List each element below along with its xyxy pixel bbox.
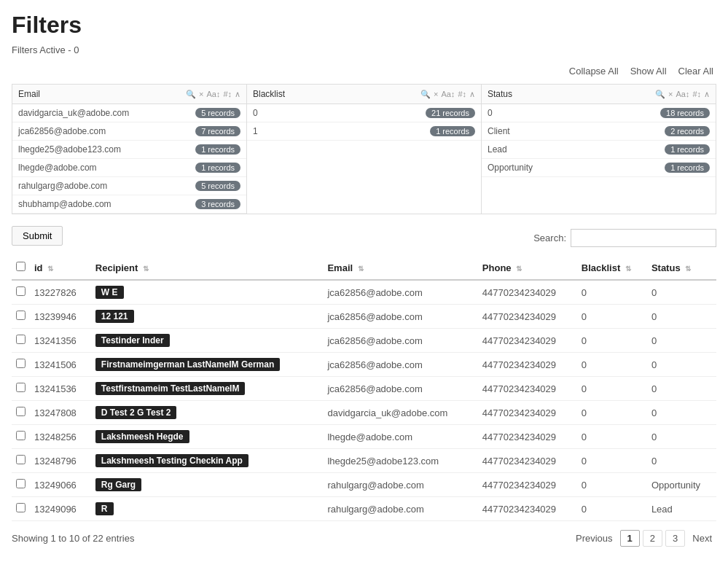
clear-all-button[interactable]: Clear All	[676, 64, 716, 78]
filter-header-icon-2[interactable]: Aa↕	[676, 90, 689, 98]
select-all-checkbox[interactable]	[16, 262, 26, 271]
filter-row[interactable]: rahulgarg@adobe.com5 records	[12, 177, 246, 195]
row-checkbox-cell[interactable]	[12, 497, 30, 521]
cell-email: jca62856@adobe.com	[323, 377, 477, 401]
row-checkbox[interactable]	[16, 455, 26, 464]
recipient-badge: Lakshmeesh Testing Checkin App	[95, 454, 248, 467]
filter-row[interactable]: 018 records	[482, 104, 716, 122]
filter-controls-row: Collapse All Show All Clear All	[12, 64, 716, 78]
filter-row[interactable]: Opportunity1 records	[482, 159, 716, 177]
table-row: 13248256Lakshmeesh Hegdelhegde@adobe.com…	[12, 425, 716, 449]
filter-header-icon-0[interactable]: 🔍	[655, 90, 665, 99]
collapse-all-button[interactable]: Collapse All	[566, 64, 622, 78]
row-checkbox[interactable]	[16, 431, 26, 440]
filter-row-label: jca62856@adobe.com	[18, 126, 195, 136]
row-checkbox-cell[interactable]	[12, 377, 30, 401]
row-checkbox[interactable]	[16, 407, 26, 416]
filter-row[interactable]: 021 records	[247, 104, 481, 122]
filter-header-icon-2[interactable]: Aa↕	[206, 90, 220, 98]
filter-panel-blacklist: Blacklist🔍×Aa↕#↕∧021 records11 records	[247, 85, 482, 214]
col-email[interactable]: Email ⇅	[323, 256, 477, 280]
filter-panel-email: Email🔍×Aa↕#↕∧davidgarcia_uk@adobe.com5 r…	[12, 85, 247, 214]
filters-active-label: Filters Active - 0	[12, 44, 716, 55]
filter-row[interactable]: shubhamp@adobe.com3 records	[12, 195, 246, 214]
filter-header-icon-3[interactable]: #↕	[692, 90, 701, 98]
filter-header-icon-0[interactable]: 🔍	[420, 90, 431, 99]
previous-button[interactable]: Previous	[571, 531, 617, 546]
table-row: 13247808D Test 2 G Test 2davidgarcia_uk@…	[12, 401, 716, 425]
submit-button[interactable]: Submit	[12, 226, 63, 246]
col-recipient[interactable]: Recipient ⇅	[91, 256, 324, 280]
recipient-badge: Rg Garg	[95, 478, 141, 491]
filter-row-badge: 21 records	[426, 108, 475, 118]
row-checkbox[interactable]	[16, 503, 26, 512]
search-input[interactable]	[571, 229, 716, 247]
row-checkbox-cell[interactable]	[12, 425, 30, 449]
cell-id: 13247808	[30, 401, 91, 425]
recipient-badge: 12 121	[95, 310, 134, 323]
row-checkbox-cell[interactable]	[12, 473, 30, 497]
cell-blacklist: 0	[577, 305, 647, 329]
filter-row-badge: 3 records	[195, 199, 240, 209]
page-button-3[interactable]: 3	[665, 530, 685, 547]
select-all-checkbox-cell[interactable]	[12, 256, 30, 280]
filter-row-badge: 2 records	[665, 126, 710, 136]
filter-row-label: Client	[488, 126, 665, 136]
row-checkbox[interactable]	[16, 335, 26, 344]
cell-status: 0	[647, 425, 716, 449]
filter-row-badge: 1 records	[195, 163, 240, 173]
row-checkbox-cell[interactable]	[12, 449, 30, 473]
cell-recipient: W E	[91, 280, 324, 305]
filter-row[interactable]: 11 records	[247, 122, 481, 141]
row-checkbox-cell[interactable]	[12, 329, 30, 353]
cell-status: 0	[647, 353, 716, 377]
cell-status: 0	[647, 329, 716, 353]
col-phone[interactable]: Phone ⇅	[478, 256, 577, 280]
filter-row-label: shubhamp@adobe.com	[18, 199, 195, 209]
row-checkbox[interactable]	[16, 311, 26, 320]
cell-blacklist: 0	[577, 353, 647, 377]
row-checkbox-cell[interactable]	[12, 353, 30, 377]
row-checkbox[interactable]	[16, 286, 26, 296]
row-checkbox[interactable]	[16, 383, 26, 392]
filter-row[interactable]: jca62856@adobe.com7 records	[12, 122, 246, 141]
filter-panel-title-status: Status	[488, 89, 652, 99]
col-status[interactable]: Status ⇅	[647, 256, 716, 280]
filter-header-icon-0[interactable]: 🔍	[186, 90, 196, 99]
filter-header-icon-4[interactable]: ∧	[235, 90, 240, 99]
row-checkbox-cell[interactable]	[12, 401, 30, 425]
row-checkbox-cell[interactable]	[12, 305, 30, 329]
filter-row[interactable]: lhegde25@adobe123.com1 records	[12, 141, 246, 159]
filter-row[interactable]: Client2 records	[482, 122, 716, 141]
row-checkbox[interactable]	[16, 359, 26, 368]
filter-row[interactable]: Lead1 records	[482, 141, 716, 159]
next-button[interactable]: Next	[688, 531, 716, 546]
cell-status: 0	[647, 449, 716, 473]
filter-header-icon-1[interactable]: ×	[668, 90, 673, 98]
page-button-2[interactable]: 2	[643, 530, 662, 547]
cell-id: 13249066	[30, 473, 91, 497]
row-checkbox-cell[interactable]	[12, 280, 30, 305]
filter-header-icon-3[interactable]: #↕	[223, 90, 232, 98]
filter-header-icon-1[interactable]: ×	[434, 90, 438, 98]
filter-row-label: lhegde25@adobe123.com	[18, 144, 195, 155]
cell-blacklist: 0	[577, 473, 647, 497]
recipient-badge: W E	[95, 286, 124, 299]
filter-row[interactable]: davidgarcia_uk@adobe.com5 records	[12, 104, 246, 122]
col-id[interactable]: id ⇅	[30, 256, 91, 280]
filter-header-icon-4[interactable]: ∧	[704, 90, 710, 99]
cell-blacklist: 0	[577, 449, 647, 473]
page-button-1[interactable]: 1	[620, 530, 640, 547]
cell-recipient: Testfirstnameim TestLastNameIM	[91, 377, 324, 401]
filter-header-icon-4[interactable]: ∧	[469, 90, 475, 99]
show-all-button[interactable]: Show All	[627, 64, 670, 78]
filter-row-badge: 1 records	[665, 144, 710, 155]
filter-header-icon-3[interactable]: #↕	[458, 90, 466, 98]
filter-header-icon-2[interactable]: Aa↕	[441, 90, 455, 98]
cell-phone: 44770234234029	[478, 329, 577, 353]
col-blacklist[interactable]: Blacklist ⇅	[577, 256, 647, 280]
filter-header-icon-1[interactable]: ×	[199, 90, 203, 98]
row-checkbox[interactable]	[16, 479, 26, 488]
filter-row-badge: 5 records	[195, 181, 240, 191]
filter-row[interactable]: lhegde@adobe.com1 records	[12, 159, 246, 177]
